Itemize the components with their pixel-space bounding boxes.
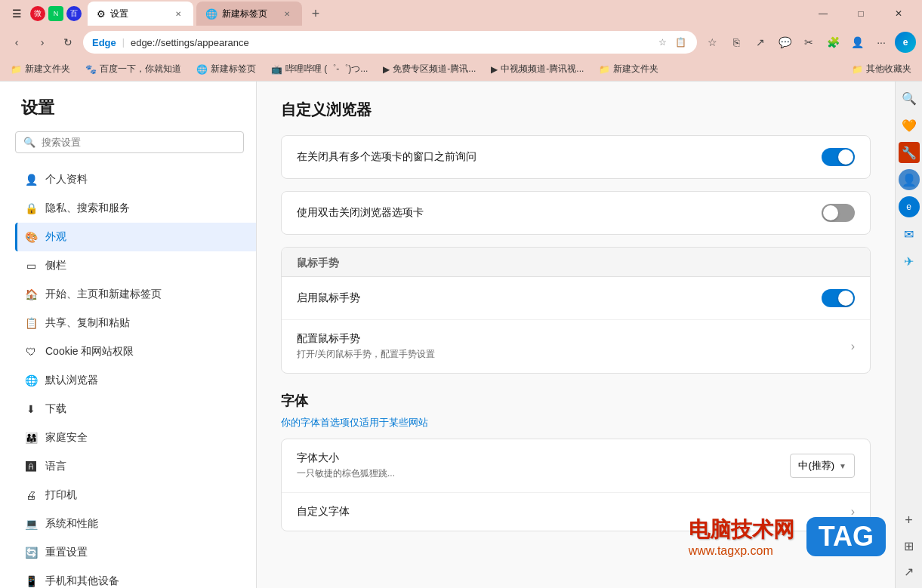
enable-gesture-toggle[interactable] bbox=[822, 289, 855, 307]
profile-icon[interactable]: 👤 bbox=[846, 32, 868, 53]
favorites-icon[interactable]: ☆ bbox=[702, 32, 723, 53]
tab-newtab[interactable]: 🌐 新建标签页 ✕ bbox=[196, 2, 302, 26]
back-button[interactable]: ‹ bbox=[6, 32, 27, 53]
bookmark-tencent2[interactable]: ▶ 中视频频道-腾讯视... bbox=[486, 61, 588, 77]
nav-item-cookies[interactable]: 🛡 Cookie 和网站权限 bbox=[15, 337, 256, 366]
close-button[interactable]: ✕ bbox=[881, 2, 916, 26]
forward-button[interactable]: › bbox=[32, 32, 53, 53]
nav-item-mobile[interactable]: 📱 手机和其他设备 bbox=[15, 567, 256, 588]
rp-edge-icon[interactable]: e bbox=[899, 196, 920, 217]
star-icon[interactable]: ☆ bbox=[655, 35, 670, 50]
nav-item-privacy[interactable]: 🔒 隐私、搜索和服务 bbox=[15, 194, 256, 223]
reading-list-icon[interactable]: 📋 bbox=[673, 35, 688, 50]
nav-item-print[interactable]: 🖨 打印机 bbox=[15, 481, 256, 509]
address-bar-icons: ☆ 📋 bbox=[655, 35, 688, 50]
bookmark-new-folder-2[interactable]: 📁 新建文件夹 bbox=[594, 61, 663, 77]
newtab-bm-icon: 🌐 bbox=[196, 64, 208, 75]
feedback-icon[interactable]: 💬 bbox=[774, 32, 795, 53]
nav-item-appearance[interactable]: 🎨 外观 bbox=[15, 223, 256, 251]
edge-logo[interactable]: e bbox=[895, 32, 916, 53]
rp-add-icon[interactable]: + bbox=[899, 509, 920, 531]
settings-tab-close[interactable]: ✕ bbox=[172, 8, 184, 20]
bookmark-other[interactable]: 📁 其他收藏夹 bbox=[847, 61, 916, 77]
double-click-close-card: 使用双击关闭浏览器选项卡 bbox=[281, 191, 871, 235]
rp-grid-icon[interactable]: ⊞ bbox=[899, 535, 920, 556]
language-nav-icon: 🅰 bbox=[24, 460, 38, 473]
dropdown-chevron: ▼ bbox=[839, 462, 846, 470]
newtab-tab-close[interactable]: ✕ bbox=[281, 8, 293, 20]
refresh-button[interactable]: ↻ bbox=[57, 32, 79, 53]
extensions-icon[interactable]: 🧩 bbox=[822, 32, 843, 53]
new-tab-button[interactable]: + bbox=[305, 3, 326, 24]
baidu-icon[interactable]: 百 bbox=[66, 6, 82, 21]
sidebar-toggle-icon[interactable]: ☰ bbox=[6, 3, 27, 24]
nav-item-reset[interactable]: 🔄 重置设置 bbox=[15, 538, 256, 567]
mobile-nav-icon: 📱 bbox=[24, 574, 38, 588]
nav-item-family[interactable]: 👨‍👩‍👧 家庭安全 bbox=[15, 423, 256, 452]
bookmark-bilibili[interactable]: 📺 哔哩哔哩 (゜-゜)つ... bbox=[267, 61, 372, 77]
other-folder-icon: 📁 bbox=[852, 64, 863, 75]
rp-outlook-icon[interactable]: ✉ bbox=[899, 223, 920, 245]
rp-telegram-icon[interactable]: ✈ bbox=[899, 251, 920, 272]
search-icon: 🔍 bbox=[23, 137, 35, 148]
cookies-nav-icon: 🛡 bbox=[24, 345, 38, 359]
nav-item-profile[interactable]: 👤 个人资料 bbox=[15, 165, 256, 194]
newtab-tab-title: 新建标签页 bbox=[222, 8, 276, 20]
maximize-button[interactable]: □ bbox=[843, 2, 878, 26]
rp-search-icon[interactable]: 🔍 bbox=[899, 88, 920, 109]
font-size-card: 字体大小 一只敏捷的棕色狐狸跳... 中(推荐) ▼ 自定义字体 › bbox=[281, 439, 871, 531]
address-separator: | bbox=[122, 37, 125, 48]
nav-item-sidebar[interactable]: ▭ 侧栏 bbox=[15, 251, 256, 280]
bookmark-new-folder-1[interactable]: 📁 新建文件夹 bbox=[6, 61, 75, 77]
search-input[interactable] bbox=[42, 137, 236, 148]
font-size-dropdown[interactable]: 中(推荐) ▼ bbox=[790, 454, 855, 478]
nav-item-share[interactable]: 📋 共享、复制和粘贴 bbox=[15, 309, 256, 337]
settings-search-box[interactable]: 🔍 bbox=[15, 131, 244, 153]
share-icon[interactable]: ↗ bbox=[750, 32, 771, 53]
config-gesture-label: 配置鼠标手势 bbox=[297, 332, 435, 346]
rp-tools-icon[interactable]: 🔧 bbox=[899, 142, 920, 163]
edge-brand-icon: Edge bbox=[92, 37, 116, 48]
config-gesture-row[interactable]: 配置鼠标手势 打开/关闭鼠标手势，配置手势设置 › bbox=[282, 320, 870, 373]
rp-user-icon[interactable]: 👤 bbox=[899, 169, 920, 190]
rp-external-icon[interactable]: ↗ bbox=[899, 561, 920, 582]
tab-settings[interactable]: ⚙ 设置 ✕ bbox=[88, 2, 193, 26]
title-bar: ☰ 微 N 百 ⚙ 设置 ✕ 🌐 新建标签页 ✕ + — □ ✕ bbox=[0, 0, 922, 27]
bookmark-newtab[interactable]: 🌐 新建标签页 bbox=[192, 61, 261, 77]
settings-tab-icon: ⚙ bbox=[97, 8, 106, 20]
font-size-value: 中(推荐) bbox=[798, 459, 834, 473]
sidebar-nav-icon: ▭ bbox=[24, 259, 38, 272]
naver-icon[interactable]: N bbox=[48, 6, 63, 21]
collections-icon[interactable]: ⎘ bbox=[726, 32, 747, 53]
close-confirm-toggle[interactable] bbox=[822, 148, 855, 166]
mouse-gesture-title: 鼠标手势 bbox=[282, 248, 870, 277]
weibo-icon[interactable]: 微 bbox=[30, 6, 45, 21]
nav-item-default[interactable]: 🌐 默认浏览器 bbox=[15, 366, 256, 395]
screenshots-icon[interactable]: ✂ bbox=[798, 32, 819, 53]
system-nav-icon: 💻 bbox=[24, 517, 38, 531]
bookmark-baidu[interactable]: 🐾 百度一下，你就知道 bbox=[81, 61, 186, 77]
more-menu-button[interactable]: ··· bbox=[871, 32, 892, 53]
enable-gesture-row: 启用鼠标手势 bbox=[282, 277, 870, 320]
rp-favorites-icon[interactable]: 🧡 bbox=[899, 115, 920, 136]
nav-item-language[interactable]: 🅰 语言 bbox=[15, 452, 256, 481]
family-nav-icon: 👨‍👩‍👧 bbox=[24, 431, 38, 445]
tencent1-icon: ▶ bbox=[383, 64, 390, 75]
bookmark-tencent1[interactable]: ▶ 免费专区频道-腾讯... bbox=[378, 61, 480, 77]
config-gesture-sublabel: 打开/关闭鼠标手势，配置手势设置 bbox=[297, 348, 435, 361]
custom-fonts-row[interactable]: 自定义字体 › bbox=[282, 493, 870, 531]
enable-gesture-label: 启用鼠标手势 bbox=[297, 291, 360, 305]
address-bar[interactable]: Edge | edge://settings/appearance ☆ 📋 bbox=[83, 31, 697, 54]
font-size-row: 字体大小 一只敏捷的棕色狐狸跳... 中(推荐) ▼ bbox=[282, 439, 870, 493]
minimize-button[interactable]: — bbox=[806, 2, 840, 26]
settings-sidebar: 设置 🔍 👤 个人资料 🔒 隐私、搜索和服务 🎨 外观 bbox=[0, 82, 257, 588]
nav-item-system[interactable]: 💻 系统和性能 bbox=[15, 509, 256, 538]
baidu-bm-icon: 🐾 bbox=[85, 64, 97, 75]
privacy-nav-icon: 🔒 bbox=[24, 202, 38, 215]
double-click-close-toggle[interactable] bbox=[822, 204, 855, 222]
nav-item-start[interactable]: 🏠 开始、主页和新建标签页 bbox=[15, 280, 256, 309]
fonts-subtitle: 你的字体首选项仅适用于某些网站 bbox=[281, 416, 871, 429]
reset-nav-icon: 🔄 bbox=[24, 546, 38, 559]
nav-item-downloads[interactable]: ⬇ 下载 bbox=[15, 395, 256, 423]
folder-icon: 📁 bbox=[11, 64, 22, 75]
